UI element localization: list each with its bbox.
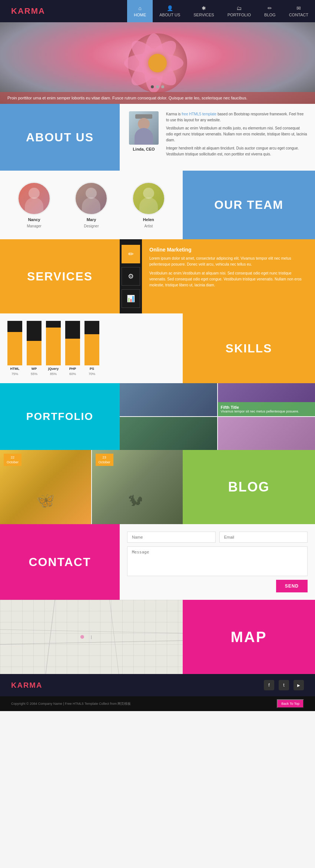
services-section: SERVICES ✏ ⚙ 📊 Online Marketing Lorem ip… xyxy=(0,239,315,313)
map-right-panel: MAP xyxy=(183,600,315,674)
team-name-nancy: Nancy xyxy=(28,217,40,222)
about-right-panel: Linda, CEO Karma is free HTML5 template … xyxy=(120,104,315,171)
home-icon: ⌂ xyxy=(138,5,141,11)
hero-image xyxy=(0,22,315,104)
services-icons-panel: ✏ ⚙ 📊 xyxy=(120,239,142,313)
services-icon: ✱ xyxy=(202,5,206,11)
team-avatar-helen xyxy=(132,182,165,215)
portfolio-grid: Fifth Title Vivamus tempor sit nec metus… xyxy=(120,383,315,450)
team-name-mary: Mary xyxy=(87,217,96,222)
logo-ma: MA xyxy=(31,6,45,16)
skill-label-4: PS xyxy=(90,367,94,371)
footer-logo: KARMA xyxy=(11,681,264,690)
team-avatar-nancy xyxy=(17,182,51,215)
bar-orange-1 xyxy=(27,341,42,365)
contact-name-input[interactable] xyxy=(127,532,216,543)
team-title: OUR TEAM xyxy=(214,198,284,212)
map-section: | MAP xyxy=(0,600,315,674)
footer-logo-ka: KAR xyxy=(11,681,29,689)
about-text: Karma is free HTML5 template based on Bo… xyxy=(166,111,308,157)
team-section: Nancy Manager Mary Designer Helen Artist xyxy=(0,171,315,239)
twitter-icon[interactable]: t xyxy=(279,680,289,690)
about-link[interactable]: free HTML5 template xyxy=(182,112,216,116)
blog-day-2: 23 xyxy=(99,455,110,460)
skill-label-1: WP xyxy=(32,367,37,371)
blog-section: 22 October 🦋 23 October 🐿 BLOG xyxy=(0,450,315,524)
about-person-name: Linda, CEO xyxy=(133,147,155,151)
portfolio-item-4[interactable] xyxy=(218,417,315,450)
services-right-panel: Online Marketing Lorem ipsum dolor sit a… xyxy=(142,239,315,313)
footer-social: f t ▶ xyxy=(264,680,304,690)
skill-bar-jquery: jQuery85% xyxy=(46,321,61,376)
portfolio-overlay: Fifth Title Vivamus tempor sit nec metus… xyxy=(218,402,315,416)
portfolio-overlay-title: Fifth Title xyxy=(221,405,312,410)
nav-links: ⌂ HOME 👤 ABOUT US ✱ SERVICES 🗂 PORTFOLIO… xyxy=(127,0,315,22)
blog-date-1: 22 October xyxy=(4,454,21,466)
nav-services[interactable]: ✱ SERVICES xyxy=(187,0,220,22)
facebook-icon[interactable]: f xyxy=(264,680,274,690)
nav-about[interactable]: 👤 ABOUT US xyxy=(153,0,187,22)
contact-email-input[interactable] xyxy=(219,532,308,543)
dot-2[interactable] xyxy=(156,85,159,88)
service-name: Online Marketing xyxy=(149,247,308,253)
contact-form: SEND xyxy=(120,524,315,600)
footer-logo-ma: MA xyxy=(29,681,42,689)
nav-home[interactable]: ⌂ HOME xyxy=(127,0,153,22)
about-person: Linda, CEO xyxy=(127,111,160,151)
footer-copyright: Copyright © 2084 Company Name | Free HTM… xyxy=(0,696,315,711)
blog-month-2: October xyxy=(99,460,110,465)
logo: KARMA xyxy=(0,6,56,16)
skill-bar-wp: WP55% xyxy=(27,321,42,376)
bar-black-1 xyxy=(27,321,42,341)
portfolio-item-1[interactable] xyxy=(120,383,217,416)
map-display: | xyxy=(0,600,183,674)
navbar: KARMA ⌂ HOME 👤 ABOUT US ✱ SERVICES 🗂 POR… xyxy=(0,0,315,22)
back-to-top-button[interactable]: Back To Top xyxy=(277,699,304,708)
services-title: SERVICES xyxy=(27,270,93,283)
portfolio-section: PORTFOLIO Fifth Title Vivamus tempor sit… xyxy=(0,383,315,450)
contact-section: CONTACT SEND xyxy=(0,524,315,600)
blog-image-1[interactable]: 22 October 🦋 xyxy=(0,450,91,524)
skill-label-2: jQuery xyxy=(48,367,59,371)
skill-pct-1: 55% xyxy=(31,372,37,376)
hero-dots xyxy=(151,85,164,88)
person-icon: 👤 xyxy=(167,5,173,11)
pencil-icon-box[interactable]: ✏ xyxy=(122,245,140,263)
skills-right-panel: SKILLS xyxy=(183,313,315,383)
nav-blog[interactable]: ✏ BLOG xyxy=(258,0,282,22)
blog-month-1: October xyxy=(7,460,19,465)
skills-title: SKILLS xyxy=(226,342,272,355)
blog-right-panel: BLOG xyxy=(183,450,315,524)
portfolio-left-panel: PORTFOLIO xyxy=(0,383,120,450)
silhouette-3 xyxy=(133,183,164,214)
nav-contact[interactable]: ✉ CONTACT xyxy=(282,0,315,22)
team-member-nancy: Nancy Manager xyxy=(17,182,51,228)
skill-label-3: PHP xyxy=(69,367,76,371)
team-member-helen: Helen Artist xyxy=(132,182,165,228)
map-placeholder: | xyxy=(91,635,92,639)
team-role-nancy: Manager xyxy=(27,224,41,228)
hero-caption: Proin porttitor urna et enim semper lobo… xyxy=(0,92,315,104)
dot-1[interactable] xyxy=(151,85,154,88)
contact-message-input[interactable] xyxy=(127,546,308,576)
youtube-icon[interactable]: ▶ xyxy=(294,680,304,690)
svg-line-0 xyxy=(0,641,183,644)
gear-icon-box[interactable]: ⚙ xyxy=(122,267,140,286)
portfolio-item-2[interactable]: Fifth Title Vivamus tempor sit nec metus… xyxy=(218,383,315,416)
skill-bar-ps: PS70% xyxy=(84,321,99,376)
silhouette-2 xyxy=(76,183,107,214)
contact-send-button[interactable]: SEND xyxy=(276,580,308,592)
contact-icon: ✉ xyxy=(296,5,301,11)
service-text-1: Lorem ipsum dolor sit amet, consectetur … xyxy=(149,256,308,267)
blog-image-2[interactable]: 23 October 🐿 xyxy=(92,450,183,524)
skills-section: HTML75%WP55%jQuery85%PHP60%PS70% SKILLS xyxy=(0,313,315,383)
dot-3[interactable] xyxy=(161,85,164,88)
bar-black-0 xyxy=(7,321,22,332)
contact-row-1 xyxy=(127,532,308,543)
bar-black-4 xyxy=(84,321,99,334)
portfolio-item-3[interactable] xyxy=(120,417,217,450)
chart-icon-box[interactable]: 📊 xyxy=(122,289,140,308)
skill-bar-php: PHP60% xyxy=(65,321,80,376)
skill-bar-html: HTML75% xyxy=(7,321,22,376)
nav-portfolio[interactable]: 🗂 PORTFOLIO xyxy=(221,0,258,22)
